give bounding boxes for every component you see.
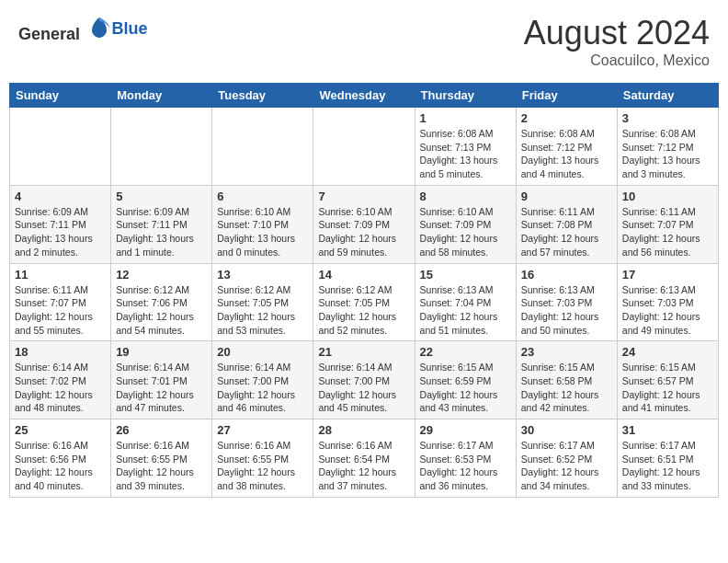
day-info: Sunrise: 6:14 AM Sunset: 7:02 PM Dayligh… <box>15 361 106 415</box>
day-info: Sunrise: 6:15 AM Sunset: 6:57 PM Dayligh… <box>622 361 713 415</box>
calendar-cell: 29Sunrise: 6:17 AM Sunset: 6:53 PM Dayli… <box>415 419 516 498</box>
day-number: 12 <box>116 268 207 282</box>
weekday-header-thursday: Thursday <box>415 84 516 108</box>
day-info: Sunrise: 6:10 AM Sunset: 7:09 PM Dayligh… <box>420 205 511 259</box>
day-number: 22 <box>420 345 511 359</box>
day-info: Sunrise: 6:14 AM Sunset: 7:00 PM Dayligh… <box>318 361 409 415</box>
calendar-cell: 31Sunrise: 6:17 AM Sunset: 6:51 PM Dayli… <box>617 419 718 498</box>
calendar-cell: 30Sunrise: 6:17 AM Sunset: 6:52 PM Dayli… <box>516 419 617 498</box>
calendar-cell: 27Sunrise: 6:16 AM Sunset: 6:55 PM Dayli… <box>212 419 313 498</box>
calendar-cell: 26Sunrise: 6:16 AM Sunset: 6:55 PM Dayli… <box>111 419 212 498</box>
calendar-cell: 18Sunrise: 6:14 AM Sunset: 7:02 PM Dayli… <box>10 341 111 419</box>
calendar-cell: 15Sunrise: 6:13 AM Sunset: 7:04 PM Dayli… <box>415 263 516 341</box>
day-info: Sunrise: 6:09 AM Sunset: 7:11 PM Dayligh… <box>15 205 106 259</box>
day-info: Sunrise: 6:16 AM Sunset: 6:55 PM Dayligh… <box>217 439 308 493</box>
day-number: 14 <box>318 268 409 282</box>
weekday-header-sunday: Sunday <box>10 84 111 108</box>
day-info: Sunrise: 6:13 AM Sunset: 7:03 PM Dayligh… <box>622 283 713 338</box>
day-number: 3 <box>622 111 713 125</box>
calendar-cell: 24Sunrise: 6:15 AM Sunset: 6:57 PM Dayli… <box>617 341 718 419</box>
weekday-header-monday: Monday <box>111 84 212 108</box>
calendar-cell: 3Sunrise: 6:08 AM Sunset: 7:12 PM Daylig… <box>617 108 718 186</box>
weekday-header-friday: Friday <box>516 84 617 108</box>
calendar-cell: 28Sunrise: 6:16 AM Sunset: 6:54 PM Dayli… <box>313 419 415 498</box>
day-info: Sunrise: 6:12 AM Sunset: 7:05 PM Dayligh… <box>217 283 308 338</box>
day-number: 28 <box>318 423 409 437</box>
day-number: 13 <box>217 268 308 282</box>
title-block: August 2024 Coacuilco, Mexico <box>524 14 710 69</box>
calendar-cell: 1Sunrise: 6:08 AM Sunset: 7:13 PM Daylig… <box>415 108 516 186</box>
calendar-week-1: 1Sunrise: 6:08 AM Sunset: 7:13 PM Daylig… <box>10 108 719 186</box>
day-info: Sunrise: 6:08 AM Sunset: 7:12 PM Dayligh… <box>622 127 713 181</box>
day-number: 31 <box>622 423 713 437</box>
day-info: Sunrise: 6:11 AM Sunset: 7:08 PM Dayligh… <box>521 205 612 259</box>
day-info: Sunrise: 6:14 AM Sunset: 7:01 PM Dayligh… <box>116 361 207 415</box>
calendar-cell: 8Sunrise: 6:10 AM Sunset: 7:09 PM Daylig… <box>415 185 516 263</box>
day-number: 19 <box>116 345 207 359</box>
day-info: Sunrise: 6:14 AM Sunset: 7:00 PM Dayligh… <box>217 361 308 415</box>
day-info: Sunrise: 6:17 AM Sunset: 6:52 PM Dayligh… <box>521 439 612 493</box>
weekday-header-row: SundayMondayTuesdayWednesdayThursdayFrid… <box>10 84 719 108</box>
calendar-cell: 19Sunrise: 6:14 AM Sunset: 7:01 PM Dayli… <box>111 341 212 419</box>
day-info: Sunrise: 6:17 AM Sunset: 6:53 PM Dayligh… <box>420 439 511 493</box>
day-number: 15 <box>420 268 511 282</box>
day-number: 20 <box>217 345 308 359</box>
calendar-cell: 13Sunrise: 6:12 AM Sunset: 7:05 PM Dayli… <box>212 263 313 341</box>
day-info: Sunrise: 6:15 AM Sunset: 6:58 PM Dayligh… <box>521 361 612 415</box>
day-info: Sunrise: 6:08 AM Sunset: 7:13 PM Dayligh… <box>420 127 511 181</box>
day-number: 5 <box>116 190 207 203</box>
calendar-cell <box>10 108 111 186</box>
calendar-cell: 16Sunrise: 6:13 AM Sunset: 7:03 PM Dayli… <box>516 263 617 341</box>
day-number: 25 <box>15 423 106 437</box>
calendar-table: SundayMondayTuesdayWednesdayThursdayFrid… <box>9 83 719 498</box>
weekday-header-saturday: Saturday <box>617 84 718 108</box>
weekday-header-wednesday: Wednesday <box>313 84 415 108</box>
calendar-cell <box>313 108 415 186</box>
day-number: 23 <box>521 345 612 359</box>
day-number: 26 <box>116 423 207 437</box>
logo-icon <box>86 14 112 40</box>
day-info: Sunrise: 6:10 AM Sunset: 7:10 PM Dayligh… <box>217 205 308 259</box>
calendar-week-2: 4Sunrise: 6:09 AM Sunset: 7:11 PM Daylig… <box>10 185 719 263</box>
day-info: Sunrise: 6:08 AM Sunset: 7:12 PM Dayligh… <box>521 127 612 181</box>
calendar-cell: 9Sunrise: 6:11 AM Sunset: 7:08 PM Daylig… <box>516 185 617 263</box>
day-number: 9 <box>521 190 612 203</box>
calendar-cell: 5Sunrise: 6:09 AM Sunset: 7:11 PM Daylig… <box>111 185 212 263</box>
day-info: Sunrise: 6:12 AM Sunset: 7:06 PM Dayligh… <box>116 283 207 338</box>
day-info: Sunrise: 6:16 AM Sunset: 6:54 PM Dayligh… <box>318 439 409 493</box>
calendar-cell: 7Sunrise: 6:10 AM Sunset: 7:09 PM Daylig… <box>313 185 415 263</box>
calendar-week-3: 11Sunrise: 6:11 AM Sunset: 7:07 PM Dayli… <box>10 263 719 341</box>
day-info: Sunrise: 6:11 AM Sunset: 7:07 PM Dayligh… <box>15 283 106 338</box>
day-info: Sunrise: 6:16 AM Sunset: 6:55 PM Dayligh… <box>116 439 207 493</box>
day-number: 6 <box>217 190 308 203</box>
day-number: 4 <box>15 190 106 203</box>
location-title: Coacuilco, Mexico <box>524 52 710 69</box>
calendar-cell: 14Sunrise: 6:12 AM Sunset: 7:05 PM Dayli… <box>313 263 415 341</box>
day-number: 21 <box>318 345 409 359</box>
day-info: Sunrise: 6:10 AM Sunset: 7:09 PM Dayligh… <box>318 205 409 259</box>
logo: General Blue <box>18 14 148 44</box>
day-number: 30 <box>521 423 612 437</box>
day-info: Sunrise: 6:17 AM Sunset: 6:51 PM Dayligh… <box>622 439 713 493</box>
page-header: General Blue August 2024 Coacuilco, Mexi… <box>9 9 719 74</box>
calendar-cell: 25Sunrise: 6:16 AM Sunset: 6:56 PM Dayli… <box>10 419 111 498</box>
day-number: 17 <box>622 268 713 282</box>
day-number: 24 <box>622 345 713 359</box>
calendar-cell: 4Sunrise: 6:09 AM Sunset: 7:11 PM Daylig… <box>10 185 111 263</box>
calendar-cell: 20Sunrise: 6:14 AM Sunset: 7:00 PM Dayli… <box>212 341 313 419</box>
calendar-cell: 22Sunrise: 6:15 AM Sunset: 6:59 PM Dayli… <box>415 341 516 419</box>
calendar-cell: 12Sunrise: 6:12 AM Sunset: 7:06 PM Dayli… <box>111 263 212 341</box>
calendar-cell: 10Sunrise: 6:11 AM Sunset: 7:07 PM Dayli… <box>617 185 718 263</box>
day-number: 27 <box>217 423 308 437</box>
day-number: 2 <box>521 111 612 125</box>
calendar-cell: 11Sunrise: 6:11 AM Sunset: 7:07 PM Dayli… <box>10 263 111 341</box>
day-info: Sunrise: 6:11 AM Sunset: 7:07 PM Dayligh… <box>622 205 713 259</box>
logo-blue-text: Blue <box>112 19 148 38</box>
day-number: 7 <box>318 190 409 203</box>
day-number: 29 <box>420 423 511 437</box>
day-number: 16 <box>521 268 612 282</box>
day-info: Sunrise: 6:13 AM Sunset: 7:03 PM Dayligh… <box>521 283 612 338</box>
calendar-week-4: 18Sunrise: 6:14 AM Sunset: 7:02 PM Dayli… <box>10 341 719 419</box>
day-info: Sunrise: 6:12 AM Sunset: 7:05 PM Dayligh… <box>318 283 409 338</box>
day-info: Sunrise: 6:15 AM Sunset: 6:59 PM Dayligh… <box>420 361 511 415</box>
